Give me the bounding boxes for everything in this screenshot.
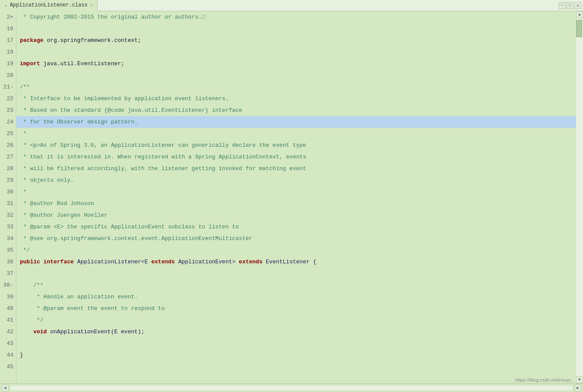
code-line-2+: * Copyright 2002-2015 the original autho…: [16, 11, 576, 23]
code-line-23: * Based on the standard {@code java.util…: [16, 104, 576, 116]
code-line-25: *: [16, 128, 576, 139]
line-number-31: 31: [0, 198, 16, 209]
line-number-41: 41: [0, 314, 16, 326]
line-number-23: 23: [0, 104, 16, 116]
scroll-left-button[interactable]: ◀: [2, 385, 9, 392]
vertical-scrollbar[interactable]: ▲ ▼: [576, 11, 583, 383]
code-line-19: import java.util.EventListener;: [16, 58, 576, 70]
line-number-27: 27: [0, 151, 16, 163]
code-line-31: * @author Rod Johnson: [16, 198, 576, 209]
scroll-thumb[interactable]: [576, 20, 582, 37]
code-line-37: [16, 268, 576, 279]
code-line-21-: /**: [16, 81, 576, 93]
line-number-30: 30: [0, 186, 16, 198]
line-number-25: 25: [0, 128, 16, 139]
line-number-44: 44: [0, 349, 16, 361]
line-numbers: 2+161718192021-2223242526272829303132333…: [0, 11, 16, 383]
code-line-41: */: [16, 314, 576, 326]
line-number-21-: 21-: [0, 81, 16, 93]
line-number-36: 36: [0, 256, 16, 268]
scroll-right-button[interactable]: ▶: [574, 385, 581, 392]
line-number-43: 43: [0, 338, 16, 349]
restore-button[interactable]: □: [567, 2, 573, 9]
code-line-20: [16, 70, 576, 81]
line-number-35: 35: [0, 244, 16, 256]
line-number-32: 32: [0, 209, 16, 221]
code-line-17: package org.springframework.context;: [16, 35, 576, 46]
line-number-19: 19: [0, 58, 16, 70]
line-number-45: 45: [0, 361, 16, 373]
code-line-44: }: [16, 349, 576, 361]
scroll-down-button[interactable]: ▼: [576, 376, 583, 383]
tab-bar: ☕ ApplicationListener.class ✕ ─ □ ✕: [0, 0, 583, 11]
editor-area: 2+161718192021-2223242526272829303132333…: [0, 11, 583, 383]
scroll-h-track[interactable]: [10, 385, 573, 391]
code-line-24: * for the Observer design pattern.: [16, 116, 576, 128]
line-number-16: 16: [0, 23, 16, 35]
code-line-39: * Handle an application event.: [16, 291, 576, 303]
minimize-button[interactable]: ─: [559, 2, 566, 9]
line-number-28: 28: [0, 163, 16, 174]
code-line-27: * that it is interested in. When registe…: [16, 151, 576, 163]
line-number-17: 17: [0, 35, 16, 46]
code-line-28: * will be filtered accordingly, with the…: [16, 163, 576, 174]
line-number-40: 40: [0, 303, 16, 314]
line-number-26: 26: [0, 139, 16, 151]
line-number-37: 37: [0, 268, 16, 279]
line-number-33: 33: [0, 221, 16, 233]
window-controls: ─ □ ✕: [559, 2, 583, 9]
line-number-22: 22: [0, 93, 16, 104]
line-number-2+: 2+: [0, 11, 16, 23]
code-line-26: * <p>As of Spring 3.0, an ApplicationLis…: [16, 139, 576, 151]
code-line-30: *: [16, 186, 576, 198]
code-content[interactable]: * Copyright 2002-2015 the original autho…: [16, 11, 576, 383]
close-window-button[interactable]: ✕: [574, 2, 581, 9]
line-number-42: 42: [0, 326, 16, 338]
line-number-38-: 38-: [0, 279, 16, 291]
code-line-16: [16, 23, 576, 35]
line-number-20: 20: [0, 70, 16, 81]
code-line-42: void onApplicationEvent(E event);: [16, 326, 576, 338]
code-line-29: * objects only.: [16, 174, 576, 186]
tab-close-icon[interactable]: ✕: [90, 2, 93, 8]
watermark: https://blog.csdn.net/renyy...: [515, 377, 574, 383]
code-line-18: [16, 46, 576, 58]
code-line-34: * @see org.springframework.context.event…: [16, 233, 576, 244]
code-line-38-: /**: [16, 279, 576, 291]
line-number-34: 34: [0, 233, 16, 244]
code-line-33: * @param <E> the specific ApplicationEve…: [16, 221, 576, 233]
line-number-29: 29: [0, 174, 16, 186]
horizontal-scrollbar: ◀ ▶: [0, 383, 583, 392]
scroll-track[interactable]: [576, 18, 583, 376]
code-line-40: * @param event the event to respond to: [16, 303, 576, 314]
code-line-43: [16, 338, 576, 349]
tab-title: ApplicationListener.class: [10, 2, 88, 8]
line-number-18: 18: [0, 46, 16, 58]
code-line-22: * Interface to be implemented by applica…: [16, 93, 576, 104]
line-number-24: 24: [0, 116, 16, 128]
scroll-up-button[interactable]: ▲: [576, 11, 583, 18]
line-number-39: 39: [0, 291, 16, 303]
code-line-36: public interface ApplicationListener<E e…: [16, 256, 576, 268]
code-line-32: * @author Juergen Hoeller: [16, 209, 576, 221]
code-line-45: [16, 361, 576, 373]
main-window: ☕ ApplicationListener.class ✕ ─ □ ✕ 2+16…: [0, 0, 583, 392]
java-icon: ☕: [4, 2, 7, 8]
file-tab[interactable]: ☕ ApplicationListener.class ✕: [0, 0, 98, 11]
code-line-35: */: [16, 244, 576, 256]
